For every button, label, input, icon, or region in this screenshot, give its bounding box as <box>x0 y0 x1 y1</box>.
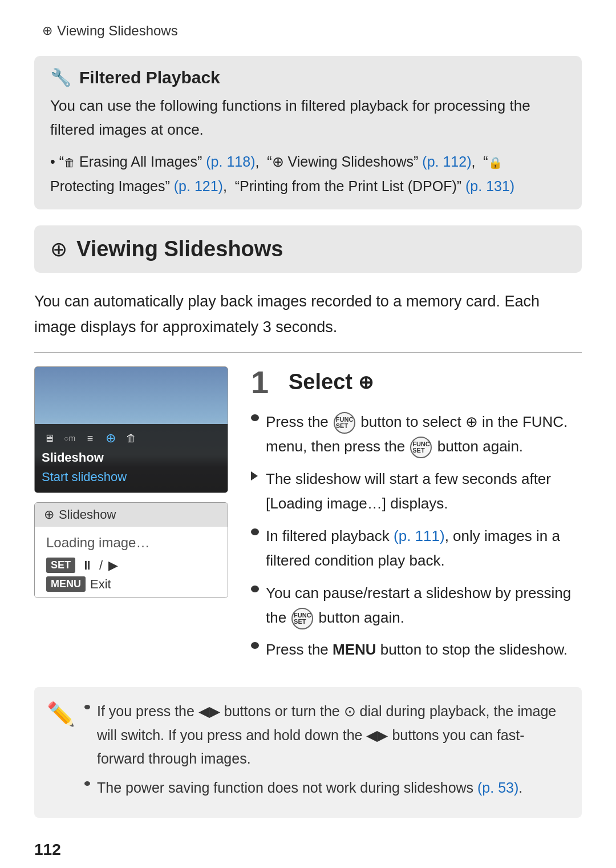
note-dot-2 <box>84 781 90 786</box>
step-bullet-3-text: In filtered playback (p. 111), only imag… <box>266 524 582 573</box>
step-title-text: Select <box>289 370 352 394</box>
screen-photo-area: 🖥 ○m ≡ ⊕ 🗑 Slideshow Start slideshow <box>35 367 228 492</box>
section-header-title: Viewing Slideshows <box>76 237 283 261</box>
camera-screen-1: 🖥 ○m ≡ ⊕ 🗑 Slideshow Start slideshow <box>34 366 228 493</box>
menu-slideshow-label: Slideshow <box>42 450 104 465</box>
step-bullet-4: You can pause/restart a slideshow by pre… <box>251 581 582 630</box>
step-number-row: 1 Select ⊕ <box>251 366 582 398</box>
exit-text: Exit <box>90 577 111 592</box>
note-bullet-2: The power saving function does not work … <box>84 776 566 800</box>
func-btn-1: FUNCSET <box>334 412 355 434</box>
breadcrumb: ⊕ Viewing Slideshows <box>34 23 582 39</box>
menu-icon-filter: ≡ <box>83 431 98 446</box>
fp-icon: 🔧 <box>50 67 71 87</box>
step-bullet-1: Press the FUNCSET button to select ⊕ in … <box>251 410 582 459</box>
note-icon: ✏️ <box>47 701 75 728</box>
section-header-icon: ⊕ <box>50 237 67 261</box>
step-bullet-4-text: You can pause/restart a slideshow by pre… <box>266 581 582 630</box>
func-btn-3: FUNCSET <box>291 608 313 629</box>
fp-bullets: • “🗑 Erasing All Images” (p. 118), “⊕ Vi… <box>50 150 566 198</box>
divider <box>34 352 582 353</box>
menu-row-slideshow: Slideshow <box>42 448 221 467</box>
menu-bold: MENU <box>333 641 376 658</box>
playback-controls: SET ⏸ / ▶ <box>46 558 216 573</box>
breadcrumb-text: Viewing Slideshows <box>57 23 178 39</box>
breadcrumb-icon: ⊕ <box>42 23 52 38</box>
step-bullet-2: The slideshow will start a few seconds a… <box>251 467 582 516</box>
note-bullet-2-text: The power saving function does not work … <box>97 776 522 800</box>
filtered-playback-section: 🔧 Filtered Playback You can use the foll… <box>34 56 582 209</box>
pause-symbol: ⏸ <box>81 558 94 573</box>
page-container: ⊕ Viewing Slideshows 🔧 Filtered Playback… <box>34 0 582 868</box>
step-title-icon: ⊕ <box>358 372 374 393</box>
set-badge: SET <box>46 558 75 573</box>
screen2-header-icon: ⊕ <box>44 507 54 522</box>
bullet-dot-4 <box>251 642 259 649</box>
screenshots-column: 🖥 ○m ≡ ⊕ 🗑 Slideshow Start slideshow <box>34 366 228 670</box>
step-bullet-5: Press the MENU button to stop the slides… <box>251 637 582 662</box>
step-bullet-1-text: Press the FUNCSET button to select ⊕ in … <box>266 410 582 459</box>
step-bullet-5-text: Press the MENU button to stop the slides… <box>266 637 568 662</box>
screen2-body: Loading image… SET ⏸ / ▶ MENU Exit <box>35 527 228 597</box>
menu-start-label: Start slideshow <box>42 470 127 485</box>
play-symbol: ▶ <box>108 558 118 573</box>
note-bullet-1: If you press the ◀▶ buttons or turn the … <box>84 700 566 770</box>
step-content-column: 1 Select ⊕ Press the FUNCSET button to s… <box>251 366 582 670</box>
bullet-dot-1 <box>251 414 259 421</box>
menu-icon-trash: 🗑 <box>124 431 139 446</box>
step-number: 1 <box>251 366 279 398</box>
screen2-header-text: Slideshow <box>59 507 116 522</box>
loading-text: Loading image… <box>46 535 216 551</box>
section-header: ⊕ Viewing Slideshows <box>34 225 582 273</box>
step-bullet-2-text: The slideshow will start a few seconds a… <box>266 467 582 516</box>
menu-badge: MENU <box>46 576 86 592</box>
menu-icon-om: ○m <box>62 431 77 446</box>
step-bullet-3: In filtered playback (p. 111), only imag… <box>251 524 582 573</box>
page-number: 112 <box>34 841 582 859</box>
menu-row-start: Start slideshow <box>42 467 221 487</box>
menu-icon-display: 🖥 <box>42 431 56 446</box>
bullet-tri-1 <box>251 471 259 481</box>
screen2-header: ⊕ Slideshow <box>35 503 228 527</box>
camera-screen-2: ⊕ Slideshow Loading image… SET ⏸ / ▶ MEN… <box>34 502 228 598</box>
func-btn-2: FUNCSET <box>410 437 432 458</box>
note-box: ✏️ If you press the ◀▶ buttons or turn t… <box>34 687 582 818</box>
note-bullet-1-text: If you press the ◀▶ buttons or turn the … <box>97 700 566 770</box>
fp-body: You can use the following functions in f… <box>50 94 566 142</box>
note-content: If you press the ◀▶ buttons or turn the … <box>84 700 566 805</box>
separator: / <box>99 558 103 573</box>
section-intro: You can automatically play back images r… <box>34 289 582 340</box>
note-dot-1 <box>84 705 90 709</box>
menu-icon-slideshow-sel: ⊕ <box>103 431 118 446</box>
bullet-dot-2 <box>251 528 259 535</box>
step-title: Select ⊕ <box>289 370 374 394</box>
menu-exit-row: MENU Exit <box>46 576 216 592</box>
menu-row-icons: 🖥 ○m ≡ ⊕ 🗑 <box>42 429 221 448</box>
bullet-dot-3 <box>251 586 259 592</box>
fp-title: Filtered Playback <box>79 68 220 87</box>
menu-overlay: 🖥 ○m ≡ ⊕ 🗑 Slideshow Start slideshow <box>35 424 228 492</box>
step-area: 🖥 ○m ≡ ⊕ 🗑 Slideshow Start slideshow <box>34 366 582 670</box>
